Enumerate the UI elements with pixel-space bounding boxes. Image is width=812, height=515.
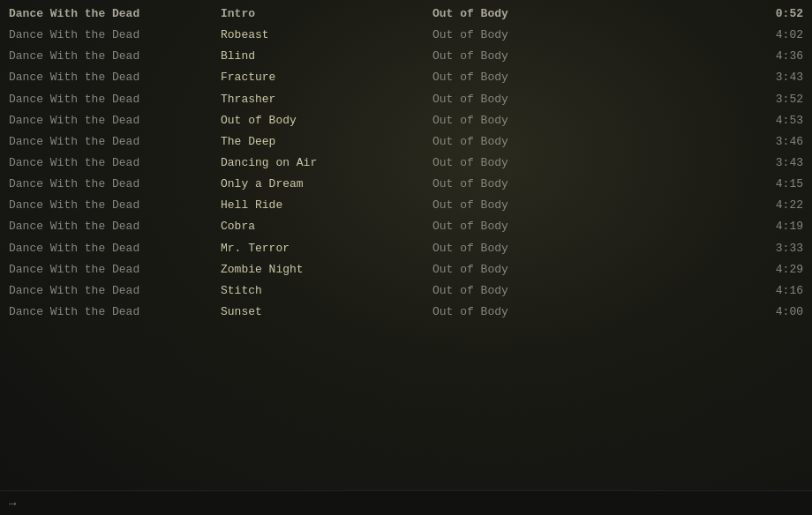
- arrow-icon: →: [9, 496, 16, 511]
- track-album: Out of Body: [432, 218, 644, 235]
- table-row[interactable]: Dance With the DeadSunsetOut of Body4:00: [0, 302, 812, 323]
- track-title: Fracture: [221, 69, 432, 86]
- table-row[interactable]: Dance With the DeadOnly a DreamOut of Bo…: [0, 174, 812, 195]
- header-album: Out of Body: [432, 5, 644, 23]
- table-row[interactable]: Dance With the DeadMr. TerrorOut of Body…: [0, 238, 812, 259]
- track-duration: 4:02: [644, 26, 803, 44]
- track-title: Stitch: [221, 282, 432, 300]
- track-artist: Dance With the Dead: [9, 91, 221, 108]
- table-row[interactable]: Dance With the DeadThrasherOut of Body3:…: [0, 89, 812, 110]
- track-album: Out of Body: [432, 240, 644, 258]
- track-duration: 4:15: [644, 175, 803, 193]
- track-title: Zombie Night: [221, 261, 432, 279]
- track-title: Blind: [221, 48, 432, 65]
- track-title: The Deep: [221, 133, 432, 151]
- track-list-header: Dance With the Dead Intro Out of Body 0:…: [0, 4, 812, 25]
- track-artist: Dance With the Dead: [9, 112, 221, 130]
- track-duration: 4:19: [644, 218, 803, 235]
- track-duration: 4:36: [644, 48, 803, 65]
- track-title: Dancing on Air: [221, 154, 432, 172]
- track-title: Only a Dream: [221, 175, 432, 193]
- table-row[interactable]: Dance With the DeadHell RideOut of Body4…: [0, 195, 812, 216]
- track-title: Robeast: [221, 26, 432, 44]
- track-list: Dance With the Dead Intro Out of Body 0:…: [0, 0, 812, 326]
- track-title: Thrasher: [221, 91, 432, 108]
- track-artist: Dance With the Dead: [9, 154, 221, 172]
- table-row[interactable]: Dance With the DeadBlindOut of Body4:36: [0, 46, 812, 67]
- track-album: Out of Body: [432, 133, 644, 151]
- track-title: Out of Body: [221, 112, 432, 130]
- track-album: Out of Body: [432, 91, 644, 108]
- track-album: Out of Body: [432, 154, 644, 172]
- track-artist: Dance With the Dead: [9, 133, 221, 151]
- track-artist: Dance With the Dead: [9, 218, 221, 235]
- table-row[interactable]: Dance With the DeadStitchOut of Body4:16: [0, 280, 812, 302]
- track-album: Out of Body: [432, 175, 644, 193]
- track-artist: Dance With the Dead: [9, 48, 221, 65]
- track-duration: 4:00: [644, 303, 803, 321]
- track-duration: 3:43: [644, 69, 803, 86]
- header-duration: 0:52: [644, 5, 803, 23]
- track-duration: 3:46: [644, 133, 803, 151]
- track-title: Mr. Terror: [221, 240, 432, 258]
- track-duration: 3:33: [644, 240, 803, 258]
- table-row[interactable]: Dance With the DeadThe DeepOut of Body3:…: [0, 131, 812, 153]
- table-row[interactable]: Dance With the DeadZombie NightOut of Bo…: [0, 259, 812, 280]
- track-album: Out of Body: [432, 112, 644, 130]
- track-artist: Dance With the Dead: [9, 303, 221, 321]
- table-row[interactable]: Dance With the DeadFractureOut of Body3:…: [0, 67, 812, 88]
- track-duration: 4:16: [644, 282, 803, 300]
- track-title: Sunset: [221, 303, 432, 321]
- header-title: Intro: [221, 5, 432, 23]
- track-artist: Dance With the Dead: [9, 26, 221, 44]
- track-duration: 3:43: [644, 154, 803, 172]
- track-duration: 4:53: [644, 112, 803, 130]
- track-album: Out of Body: [432, 282, 644, 300]
- table-row[interactable]: Dance With the DeadDancing on AirOut of …: [0, 153, 812, 174]
- header-artist: Dance With the Dead: [9, 5, 221, 23]
- table-row[interactable]: Dance With the DeadRobeastOut of Body4:0…: [0, 25, 812, 46]
- track-artist: Dance With the Dead: [9, 197, 221, 214]
- table-row[interactable]: Dance With the DeadOut of BodyOut of Bod…: [0, 110, 812, 131]
- track-album: Out of Body: [432, 69, 644, 86]
- table-row[interactable]: Dance With the DeadCobraOut of Body4:19: [0, 216, 812, 237]
- track-album: Out of Body: [432, 261, 644, 279]
- track-title: Hell Ride: [221, 197, 432, 214]
- bottom-bar: →: [0, 490, 812, 515]
- track-album: Out of Body: [432, 197, 644, 214]
- track-album: Out of Body: [432, 48, 644, 65]
- track-artist: Dance With the Dead: [9, 282, 221, 300]
- track-artist: Dance With the Dead: [9, 261, 221, 279]
- track-artist: Dance With the Dead: [9, 175, 221, 193]
- track-title: Cobra: [221, 218, 432, 235]
- track-album: Out of Body: [432, 303, 644, 321]
- track-artist: Dance With the Dead: [9, 69, 221, 86]
- track-album: Out of Body: [432, 26, 644, 44]
- track-duration: 3:52: [644, 91, 803, 108]
- track-artist: Dance With the Dead: [9, 240, 221, 258]
- track-duration: 4:22: [644, 197, 803, 214]
- track-duration: 4:29: [644, 261, 803, 279]
